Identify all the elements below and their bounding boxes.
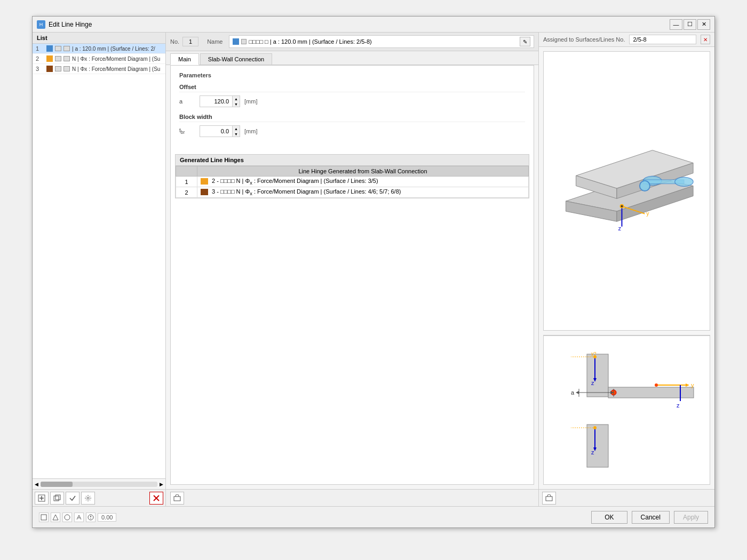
row-num: 1 <box>176 177 197 187</box>
item-label: | a : 120.0 mm | (Surface / Lines: 2/ <box>72 46 155 52</box>
svg-text:a: a <box>571 389 575 396</box>
left-panel: List 1 | a : 120.0 mm | (Surface / Lines… <box>33 33 166 506</box>
svg-rect-50 <box>546 497 552 501</box>
row-content: 2 - □□□□ N | Φx : Force/Moment Diagram |… <box>197 177 529 187</box>
no-label: No. <box>170 38 179 45</box>
generated-hinges-section: Generated Line Hinges Line Hinge Generat… <box>175 154 529 198</box>
no-value: 1 <box>182 37 198 46</box>
offset-label: Offset <box>179 84 525 92</box>
svg-text:z: z <box>677 402 680 409</box>
cancel-button[interactable]: Cancel <box>632 511 670 524</box>
title-bar-left: H Edit Line Hinge <box>37 20 92 29</box>
params-title: Parameters <box>179 72 525 78</box>
svg-point-53 <box>65 515 70 520</box>
right-panel: Assigned to Surfaces/Lines No. 2/5-8 ✕ <box>538 33 714 506</box>
svg-point-38 <box>593 355 597 358</box>
duplicate-button[interactable] <box>50 492 64 505</box>
window-title: Edit Line Hinge <box>49 21 92 28</box>
tabs-row: Main Slab-Wall Connection <box>166 51 538 65</box>
2d-diagram: a z y? y <box>543 335 710 485</box>
a-increment[interactable]: ▲ <box>232 96 240 101</box>
center-bottom-toolbar <box>166 489 538 506</box>
right-tool-button[interactable] <box>542 492 556 505</box>
title-bar: H Edit Line Hinge — ☐ ✕ <box>33 17 714 33</box>
item-shape-icon <box>55 46 61 51</box>
status-icon-5[interactable] <box>86 513 96 522</box>
offset-group: Offset a ▲ ▼ [mm] <box>179 84 525 107</box>
a-decrement[interactable]: ▼ <box>232 101 240 107</box>
a-input[interactable] <box>200 97 232 106</box>
item-color-box <box>46 45 53 52</box>
dialog-buttons: OK Cancel Apply <box>591 511 708 524</box>
list-item[interactable]: 1 | a : 120.0 mm | (Surface / Lines: 2/ <box>33 44 165 54</box>
row-color-box <box>201 189 208 195</box>
a-unit: [mm] <box>244 98 257 105</box>
row-color-box <box>201 178 208 185</box>
edit-line-hinge-window: H Edit Line Hinge — ☐ ✕ List 1 | a : 120… <box>32 16 715 528</box>
status-icon-3[interactable] <box>62 513 72 522</box>
row-num: 2 <box>176 187 197 198</box>
svg-marker-40 <box>686 383 689 387</box>
apply-button[interactable]: Apply <box>674 511 708 524</box>
tbr-unit: [mm] <box>244 128 257 134</box>
center-tool-button[interactable] <box>170 492 184 505</box>
table-col-num <box>176 166 197 177</box>
name-edit-button[interactable]: ✎ <box>520 37 530 46</box>
list-item[interactable]: 3 N | Φx : Force/Moment Diagram | (Su <box>33 64 165 74</box>
svg-text:z: z <box>618 225 621 231</box>
tbr-label: tbr <box>179 127 195 135</box>
svg-point-24 <box>621 205 623 207</box>
list-content: 1 | a : 120.0 mm | (Surface / Lines: 2/ … <box>33 44 165 478</box>
status-icon-1[interactable] <box>39 513 49 522</box>
minimize-button[interactable]: — <box>670 19 682 30</box>
restore-button[interactable]: ☐ <box>684 19 696 30</box>
svg-text:y: y <box>646 210 649 217</box>
a-param-row: a ▲ ▼ [mm] <box>179 95 525 107</box>
svg-rect-3 <box>54 496 59 501</box>
row-content: 3 - □□□□ N | Φx : Force/Moment Diagram |… <box>197 187 529 198</box>
svg-point-17 <box>674 177 693 186</box>
item-shape-icon2 <box>63 66 70 71</box>
table-row[interactable]: 2 3 - □□□□ N | Φx : Force/Moment Diagram… <box>176 187 529 198</box>
name-field: Name □□□□ □ | a : 120.0 mm | (Surface / … <box>207 35 534 48</box>
tbr-increment[interactable]: ▲ <box>232 126 240 131</box>
item-label: N | Φx : Force/Moment Diagram | (Su <box>72 66 160 72</box>
svg-rect-51 <box>41 515 46 520</box>
assigned-close-button[interactable]: ✕ <box>701 35 710 44</box>
tbr-decrement[interactable]: ▼ <box>232 131 240 137</box>
name-shape-icon <box>241 39 247 44</box>
tbr-input[interactable] <box>200 127 232 135</box>
right-toolbar <box>539 489 714 506</box>
main-content: List 1 | a : 120.0 mm | (Surface / Lines… <box>33 33 714 506</box>
scroll-thumb <box>41 482 73 487</box>
svg-text:z: z <box>591 380 594 386</box>
svg-rect-8 <box>174 497 180 501</box>
tab-slab-wall[interactable]: Slab-Wall Connection <box>200 53 272 65</box>
delete-button[interactable] <box>149 492 163 505</box>
table-col-desc: Line Hinge Generated from Slab-Wall Conn… <box>197 166 529 177</box>
center-panel: No. 1 Name □□□□ □ | a : 120.0 mm | (Surf… <box>166 33 538 506</box>
item-label: N | Φx : Force/Moment Diagram | (Su <box>72 56 160 62</box>
tab-main[interactable]: Main <box>170 53 199 65</box>
status-icon-2[interactable] <box>51 513 60 522</box>
a-spinners: ▲ ▼ <box>232 96 240 107</box>
status-icon-4[interactable] <box>74 513 84 522</box>
svg-text:y: y <box>691 382 694 388</box>
item-number: 1 <box>36 45 44 52</box>
list-item[interactable]: 2 N | Φx : Force/Moment Diagram | (Su <box>33 54 165 64</box>
svg-point-18 <box>639 181 649 191</box>
add-button[interactable] <box>35 492 49 505</box>
list-scrollbar[interactable]: ◀ ▶ <box>33 478 165 489</box>
item-number: 3 <box>36 66 44 72</box>
close-button[interactable]: ✕ <box>697 19 710 30</box>
status-area: 0.00 <box>39 513 116 522</box>
item-shape-icon <box>55 66 61 71</box>
settings-button[interactable] <box>81 492 95 505</box>
row-text: 2 - □□□□ N | Φx : Force/Moment Diagram |… <box>212 178 378 184</box>
check-button[interactable] <box>66 492 80 505</box>
svg-rect-27 <box>587 425 608 467</box>
ok-button[interactable]: OK <box>591 511 627 524</box>
item-shape-icon <box>55 56 61 61</box>
table-row[interactable]: 1 2 - □□□□ N | Φx : Force/Moment Diagram… <box>176 177 529 187</box>
title-bar-buttons: — ☐ ✕ <box>670 19 710 30</box>
